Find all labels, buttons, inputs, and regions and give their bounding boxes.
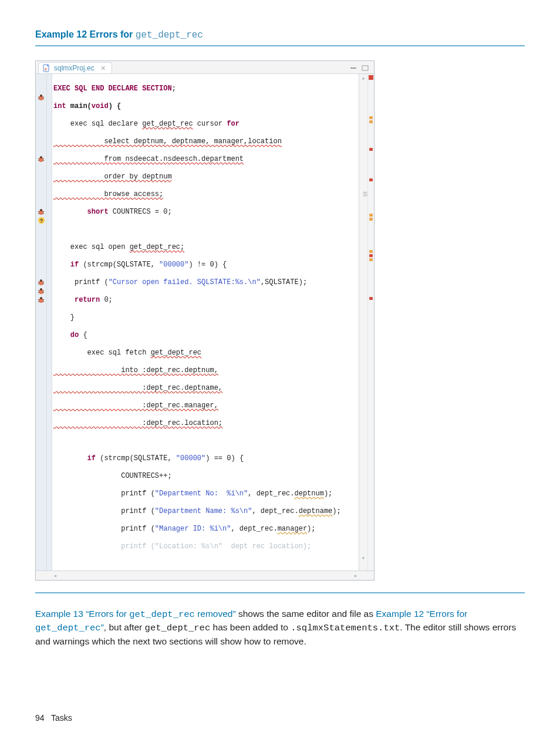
svg-point-33 — [40, 288, 42, 291]
bug-icon — [37, 208, 45, 216]
bug-icon — [37, 278, 45, 286]
error-marker-icon — [369, 148, 373, 151]
editor-body: ? EXEC SQL END DECLARE SECTION; int main… — [36, 74, 374, 571]
error-marker-icon — [369, 178, 373, 181]
error-marker-icon — [369, 254, 373, 257]
cross-ref-link[interactable]: Example 13 “Errors for get_dept_rec remo… — [35, 609, 236, 619]
horizontal-scrollbar[interactable]: ◂ ▸ — [36, 571, 374, 580]
divider-bottom — [35, 592, 525, 593]
editor-tab[interactable]: c sqlmxProj.ec ✕ — [38, 62, 112, 73]
overview-ruler — [367, 74, 374, 571]
warning-marker-icon — [369, 218, 373, 221]
scroll-right-icon[interactable]: ▸ — [352, 571, 360, 580]
example-heading: Example 12 Errors for get_dept_rec — [35, 29, 525, 40]
heading-code: get_dept_rec — [136, 30, 203, 40]
maximize-icon[interactable] — [361, 65, 369, 72]
warning-marker-icon — [369, 214, 373, 217]
editor-screenshot: c sqlmxProj.ec ✕ — [35, 60, 375, 580]
tab-label: sqlmxProj.ec — [54, 64, 95, 72]
body-paragraph: Example 13 “Errors for get_dept_rec remo… — [35, 607, 525, 648]
warning-marker-icon — [369, 258, 373, 261]
bug-icon — [37, 287, 45, 295]
c-file-icon: c — [42, 64, 50, 72]
editor-tabbar: c sqlmxProj.ec ✕ — [36, 61, 374, 74]
section-name: Tasks — [51, 713, 72, 723]
scroll-down-icon[interactable]: ▾ — [359, 554, 367, 562]
svg-point-27 — [40, 279, 42, 282]
svg-text:c: c — [45, 67, 47, 71]
warning-marker-icon — [369, 250, 373, 253]
heading-prefix: Example 12 Errors for — [35, 29, 136, 39]
page-number: 94 — [35, 713, 45, 723]
error-summary-icon — [369, 75, 373, 80]
bug-icon — [37, 155, 45, 163]
vertical-scrollbar[interactable]: ▴ ☰ ▾ — [359, 74, 367, 571]
svg-point-15 — [40, 156, 42, 158]
svg-point-9 — [40, 94, 42, 97]
error-marker-icon — [369, 297, 373, 300]
scroll-up-icon[interactable]: ▴ — [359, 74, 367, 82]
marker-gutter: ? — [36, 74, 47, 571]
warning-icon: ? — [38, 217, 45, 224]
close-icon[interactable]: ✕ — [100, 65, 106, 72]
code-area[interactable]: EXEC SQL END DECLARE SECTION; int main(v… — [52, 74, 359, 571]
svg-rect-3 — [362, 66, 368, 70]
scroll-grip-icon: ☰ — [363, 191, 367, 198]
warning-marker-icon — [369, 120, 373, 123]
warning-marker-icon — [369, 116, 373, 119]
svg-point-39 — [40, 297, 42, 299]
bug-icon — [37, 93, 45, 102]
fold-gutter — [47, 74, 52, 571]
bug-icon — [37, 296, 45, 304]
minimize-icon[interactable] — [349, 65, 357, 72]
page-footer: 94 Tasks — [35, 713, 72, 723]
scroll-left-icon[interactable]: ◂ — [51, 571, 59, 580]
svg-rect-2 — [350, 67, 356, 69]
svg-point-21 — [40, 209, 42, 211]
divider-top — [35, 45, 525, 46]
